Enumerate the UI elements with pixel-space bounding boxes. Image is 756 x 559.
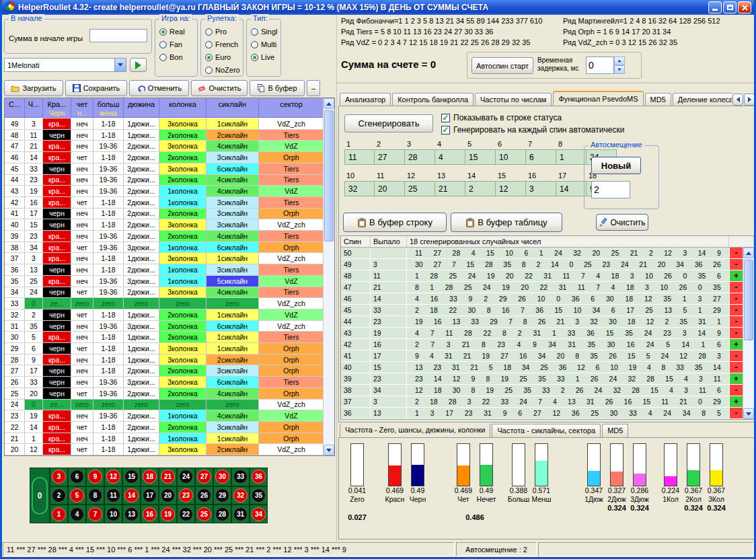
title-bar[interactable]: HelperRoullet 4.32- create helperroullet… [2, 0, 754, 15]
history-header-cell[interactable]: чет [71, 98, 93, 110]
toolbar-button[interactable]: Очистить [191, 80, 248, 96]
history-header-cell[interactable]: больш [93, 98, 124, 110]
history-row[interactable]: 2319кра...неч19-362дюжи...1колонка4сикла… [5, 410, 324, 422]
tab-scroll-right-button[interactable] [744, 94, 755, 106]
history-row[interactable]: 3525кра...неч19-363дюжи...1колонка5сикла… [5, 276, 324, 287]
roulette-cell[interactable]: 3 [50, 468, 68, 486]
history-row[interactable]: 3613черннеч1-182дюжи...1колонка3сиклайнT… [5, 264, 324, 276]
history-row[interactable]: 493кра...неч1-181дюжи...3колонка1сиклайн… [5, 118, 324, 130]
history-row[interactable]: 2520чернчет19-362дюжи...2колонка4сиклайн… [5, 388, 324, 400]
gen-row[interactable]: 361313172331962712362530334243485- [341, 408, 743, 419]
roulette-cell[interactable]: 25 [195, 505, 213, 523]
radio-option-live[interactable]: Live [251, 52, 280, 63]
tab-частота-zero-шансы-дюжины-колонки[interactable]: Частота - Zero, шансы, дюжины, колонки [340, 424, 490, 437]
grid-number-cell[interactable]: 20 [375, 181, 405, 196]
spin-up-button[interactable] [614, 57, 625, 65]
scroll-up-button[interactable] [743, 248, 754, 258]
radio-option-multi[interactable]: Multi [251, 39, 280, 50]
history-header-cell[interactable]: сиклайн [206, 98, 259, 110]
roulette-cell[interactable]: 24 [177, 468, 195, 486]
copy-row-button[interactable]: В буфер строку [343, 213, 447, 232]
roulette-cell[interactable]: 10 [104, 505, 122, 523]
grid-number-cell[interactable]: 14 [556, 181, 587, 196]
history-header-cell[interactable]: сектор [259, 98, 324, 110]
checkbox-item[interactable]: ✓Генерировать на каждый спин автоматичес… [441, 124, 624, 136]
toolbar-button[interactable]: Отменить [129, 80, 189, 96]
history-row[interactable]: 2214кра...чет1-182дюжи...2колонка3сиклай… [5, 422, 324, 433]
roulette-cell[interactable]: 28 [213, 505, 231, 523]
spin-down-button[interactable] [614, 65, 625, 74]
roulette-cell[interactable]: 1 [50, 505, 68, 523]
history-header-cell[interactable]: Ч... [25, 98, 43, 110]
toolbar-button[interactable]: Сохранить [65, 80, 127, 96]
roulette-cell[interactable]: 6 [68, 468, 86, 486]
roulette-cell[interactable]: 17 [141, 486, 159, 505]
delay-value-input[interactable]: 0 [586, 57, 614, 74]
roulette-cell[interactable]: 23 [177, 486, 195, 505]
scroll-down-button[interactable] [324, 445, 334, 455]
history-row[interactable]: 4614кра...чет1-182дюжи...2колонка3сиклай… [5, 152, 324, 163]
roulette-cell[interactable]: 33 [231, 468, 250, 486]
history-row[interactable]: 3424чернчет19-362дюжи...3колонка4сиклайн… [5, 287, 324, 299]
toolbar-button[interactable]: – [307, 80, 320, 96]
scroll-down-button[interactable] [743, 408, 754, 419]
play-button[interactable] [130, 58, 147, 72]
scroll-up-button[interactable] [324, 98, 334, 109]
roulette-cell[interactable]: 14 [122, 486, 141, 505]
history-header-cell[interactable]: колонка [159, 98, 206, 110]
generate-button[interactable]: Сгенерировать [344, 114, 433, 133]
gen-row[interactable]: 50112728415106124322025212123149- [341, 248, 743, 259]
roulette-cell[interactable]: 4 [68, 505, 86, 523]
history-row[interactable]: 322чернчет1-181дюжи...2колонка1сиклайнVd… [5, 309, 324, 321]
history-row[interactable]: 296чернчет1-181дюжи...3колонка1сиклайнOr… [5, 343, 324, 355]
grid-number-cell[interactable]: 4 [435, 149, 465, 165]
roulette-cell[interactable]: 31 [231, 505, 250, 523]
radio-option-singl[interactable]: Singl [251, 26, 280, 37]
gen-row[interactable]: 39232314129819253533126243228154311+ [341, 373, 743, 385]
history-header-cell[interactable]: Кра... [43, 98, 71, 110]
grid-number-cell[interactable]: 11 [344, 149, 375, 165]
radio-option-french[interactable]: French [205, 39, 243, 50]
grid-number-cell[interactable]: 12 [496, 181, 526, 196]
roulette-cell[interactable]: 18 [141, 468, 159, 486]
history-row[interactable]: 4117черннеч1-182дюжи...2колонка3сиклайнO… [5, 209, 324, 220]
history-row[interactable]: 4319кра...неч19-362дюжи...1колонка4сикла… [5, 186, 324, 197]
gen-table-scrollbar[interactable] [743, 248, 754, 419]
gen-row[interactable]: 3732182832233247413312616151121029+ [341, 396, 743, 408]
history-row[interactable]: 330ze...zerozerozerozerozeroVdZ_zch [5, 298, 324, 309]
history-row[interactable]: 2012кра...чет1-181дюжи...3колонка2сиклай… [5, 444, 324, 455]
grid-number-cell[interactable]: 28 [405, 149, 435, 165]
toolbar-button[interactable]: В буфер [250, 80, 305, 96]
history-row[interactable]: 4721кра...неч19-362дюжи...3колонка4сикла… [5, 141, 324, 152]
roulette-cell[interactable]: 35 [250, 486, 268, 505]
gen-row[interactable]: 44231916133329782621332301812235311- [341, 316, 743, 328]
gen-row[interactable]: 4811128252419202231117418310260356+ [341, 270, 743, 282]
grid-number-cell[interactable]: 10 [496, 149, 526, 165]
close-button[interactable] [738, 1, 751, 13]
history-row[interactable]: 4423кра...неч19-362дюжи...2колонка4сикла… [5, 175, 324, 186]
roulette-cell[interactable]: 36 [250, 468, 268, 486]
grid-number-cell[interactable]: 6 [526, 149, 556, 165]
history-row[interactable]: 3834кра...чет19-363дюжи...1колонка6сикла… [5, 242, 324, 254]
history-row[interactable]: 3923кра...неч19-362дюжи...2колонка4сикла… [5, 231, 324, 242]
roulette-cell[interactable]: 9 [86, 468, 104, 486]
scroll-thumb[interactable] [324, 110, 334, 241]
clear-gen-button[interactable]: Очистить [596, 214, 648, 231]
roulette-cell[interactable]: 21 [159, 468, 177, 486]
radio-option-bon[interactable]: Bon [159, 52, 197, 63]
grid-number-cell[interactable]: 32 [344, 181, 375, 196]
checkbox-item[interactable]: ✓Показывать в строке статуса [441, 112, 624, 124]
roulette-cell[interactable]: 32 [231, 486, 250, 505]
tab-анализатор[interactable]: Анализатор [340, 93, 391, 106]
history-row[interactable]: 4216кра...чет1-182дюжи...1колонка3сиклай… [5, 197, 324, 209]
gen-row[interactable]: 38341218308192535332262432281543116- [341, 385, 743, 396]
tab-md5[interactable]: MD5 [645, 93, 671, 106]
history-row[interactable]: 305кра...неч1-181дюжи...2колонка1сиклайн… [5, 332, 324, 343]
roulette-cell[interactable]: 7 [86, 505, 104, 523]
roulette-cell[interactable]: 20 [159, 486, 177, 505]
gen-row[interactable]: 41179431211927163420835261552412283- [341, 350, 743, 362]
radio-option-real[interactable]: Real [159, 26, 197, 37]
start-sum-input[interactable] [89, 29, 147, 42]
tab-контроль-банкролла[interactable]: Контроль банкролла [392, 93, 474, 106]
history-row[interactable]: 240ze...zerozerozerozerozeroVdZ_zch [5, 400, 324, 411]
